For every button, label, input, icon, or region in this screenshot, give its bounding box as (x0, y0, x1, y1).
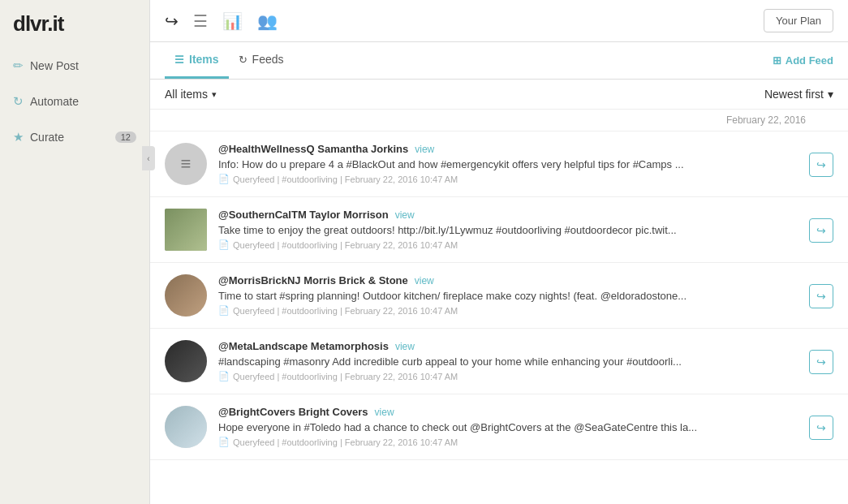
add-feed-label: Add Feed (786, 54, 833, 67)
feed-list: ≡ @HealthWellnessQ Samantha Jorkins view… (150, 131, 848, 504)
feed-text: Info: How do u prepare 4 a #BlackOut and… (218, 158, 770, 170)
feed-header: @HealthWellnessQ Samantha Jorkins view (218, 143, 798, 155)
date-separator: February 22, 2016 (150, 110, 848, 131)
star-icon: ★ (13, 130, 24, 144)
all-items-label: All items (165, 88, 208, 101)
list-toolbar-icon[interactable]: ☰ (193, 11, 208, 31)
avatar: ≡ (165, 143, 207, 185)
feed-meta: 📄 Queryfeed | #outdoorliving | February … (218, 174, 798, 184)
sort-chevron-icon: ▾ (828, 88, 833, 101)
feed-meta-text: Queryfeed | #outdoorliving | February 22… (233, 372, 458, 381)
feed-meta: 📄 Queryfeed | #outdoorliving | February … (218, 371, 798, 381)
avatar (165, 340, 207, 382)
tab-bar: ☰ Items ↻ Feeds ⊞ Add Feed (150, 42, 848, 80)
curate-badge: 12 (115, 131, 136, 143)
feed-text: Take time to enjoy the great outdoors! h… (218, 224, 770, 236)
feed-content: @MorrisBrickNJ Morris Brick & Stone view… (218, 274, 798, 316)
tab-items[interactable]: ☰ Items (165, 42, 229, 79)
feed-view-link[interactable]: view (415, 275, 434, 286)
feed-header: @BrightCovers Bright Covers view (218, 406, 798, 418)
list-item: @MetaLandscape Metamorphosis view #lands… (150, 329, 848, 394)
sidebar-item-label: Automate (30, 95, 79, 108)
chart-toolbar-icon[interactable]: 📊 (222, 11, 243, 31)
share-button[interactable]: ↪ (809, 218, 833, 243)
avatar (165, 406, 207, 448)
feed-view-link[interactable]: view (395, 341, 415, 352)
avatar (165, 209, 207, 251)
feed-content: @SouthernCalTM Taylor Morrison view Take… (218, 209, 798, 250)
feed-icon-small: 📄 (218, 371, 230, 381)
feed-meta: 📄 Queryfeed | #outdoorliving | February … (218, 437, 798, 447)
filter-bar: All items ▾ Newest first ▾ (150, 80, 848, 110)
feed-content: @BrightCovers Bright Covers view Hope ev… (218, 406, 798, 447)
feed-text: Time to start #spring planning! Outdoor … (218, 290, 770, 302)
list-item: @BrightCovers Bright Covers view Hope ev… (150, 394, 848, 460)
feed-username: @SouthernCalTM Taylor Morrison (218, 209, 389, 221)
feed-icon-small: 📄 (218, 305, 230, 316)
feed-action: ↪ (809, 209, 833, 243)
feed-header: @SouthernCalTM Taylor Morrison view (218, 209, 798, 221)
tab-feeds[interactable]: ↻ Feeds (229, 42, 294, 79)
feed-icon-small: 📄 (218, 174, 230, 184)
list-item: @SouthernCalTM Taylor Morrison view Take… (150, 197, 848, 263)
sort-label: Newest first (764, 88, 824, 101)
feed-username: @BrightCovers Bright Covers (218, 406, 368, 418)
feed-username: @MetaLandscape Metamorphosis (218, 340, 389, 352)
share-button[interactable]: ↪ (809, 284, 833, 308)
avatar (165, 274, 207, 317)
feeds-tab-label: Feeds (252, 53, 284, 66)
feed-content: @MetaLandscape Metamorphosis view #lands… (218, 340, 798, 381)
top-toolbar: ↪ ☰ 📊 👥 Your Plan (150, 0, 848, 42)
feed-meta-text: Queryfeed | #outdoorliving | February 22… (233, 306, 458, 316)
feed-action: ↪ (809, 274, 833, 308)
feed-header: @MetaLandscape Metamorphosis view (218, 340, 798, 352)
feed-icon-small: 📄 (218, 437, 230, 447)
sidebar-item-curate[interactable]: ★ Curate 12 (0, 119, 149, 155)
list-item: ≡ @HealthWellnessQ Samantha Jorkins view… (150, 131, 848, 197)
feed-meta: 📄 Queryfeed | #outdoorliving | February … (218, 305, 798, 316)
sidebar: dlvr.it ✏ New Post ↻ Automate ★ Curate 1… (0, 0, 150, 504)
automate-icon: ↻ (13, 94, 24, 109)
feed-meta-text: Queryfeed | #outdoorliving | February 22… (233, 240, 458, 250)
feed-text: #landscaping #masonry Add incredible cur… (218, 355, 770, 368)
feed-header: @MorrisBrickNJ Morris Brick & Stone view (218, 274, 798, 286)
feed-content: @HealthWellnessQ Samantha Jorkins view I… (218, 143, 798, 184)
sidebar-item-automate[interactable]: ↻ Automate (0, 84, 149, 119)
feed-action: ↪ (809, 143, 833, 177)
feed-icon-small: 📄 (218, 239, 230, 250)
people-toolbar-icon[interactable]: 👥 (257, 11, 278, 31)
app-logo: dlvr.it (0, 0, 149, 48)
feed-meta: 📄 Queryfeed | #outdoorliving | February … (218, 239, 798, 250)
share-button[interactable]: ↪ (809, 416, 833, 440)
feed-username: @HealthWellnessQ Samantha Jorkins (218, 143, 408, 155)
items-tab-label: Items (189, 53, 219, 66)
share-button[interactable]: ↪ (809, 350, 833, 374)
feeds-tab-icon: ↻ (239, 54, 248, 66)
share-button[interactable]: ↪ (809, 153, 833, 177)
feed-text: Hope everyone in #Toledo had a chance to… (218, 421, 770, 433)
feed-username: @MorrisBrickNJ Morris Brick & Stone (218, 274, 408, 286)
feed-action: ↪ (809, 340, 833, 374)
main-content: ↪ ☰ 📊 👥 Your Plan ☰ Items ↻ Feeds ⊞ Add … (150, 0, 848, 504)
all-items-dropdown[interactable]: All items ▾ (165, 88, 217, 101)
items-tab-icon: ☰ (174, 54, 184, 66)
sidebar-item-new-post[interactable]: ✏ New Post (0, 48, 149, 84)
list-item: @MorrisBrickNJ Morris Brick & Stone view… (150, 263, 848, 329)
feed-view-link[interactable]: view (395, 209, 415, 221)
feed-meta-text: Queryfeed | #outdoorliving | February 22… (233, 174, 458, 184)
sort-dropdown[interactable]: Newest first ▾ (764, 88, 833, 101)
feed-view-link[interactable]: view (415, 144, 434, 155)
pencil-icon: ✏ (13, 58, 24, 73)
feed-meta-text: Queryfeed | #outdoorliving | February 22… (233, 437, 458, 447)
your-plan-button[interactable]: Your Plan (764, 9, 833, 32)
add-feed-icon: ⊞ (773, 54, 781, 67)
sidebar-collapse-toggle[interactable]: ‹ (142, 146, 155, 170)
chevron-down-icon: ▾ (212, 89, 217, 100)
avatar-placeholder-icon: ≡ (181, 153, 192, 174)
feed-view-link[interactable]: view (375, 407, 394, 418)
share-toolbar-icon[interactable]: ↪ (165, 11, 179, 31)
feed-action: ↪ (809, 406, 833, 440)
sidebar-item-label: New Post (30, 59, 79, 72)
sidebar-item-label: Curate (30, 131, 64, 144)
add-feed-button[interactable]: ⊞ Add Feed (773, 54, 833, 67)
